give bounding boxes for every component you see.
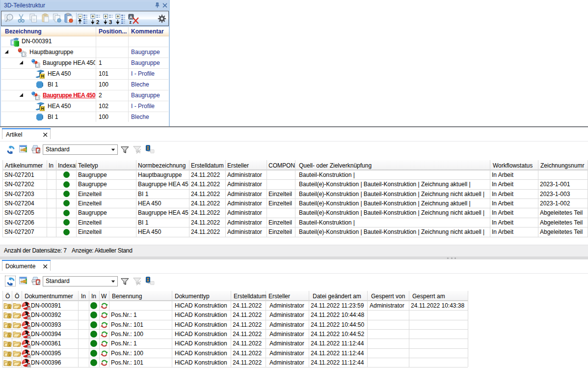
svg-text:3: 3 (109, 19, 112, 25)
svg-text:A: A (130, 15, 133, 20)
svg-text:z: z (130, 20, 132, 25)
svg-text:H: H (41, 106, 44, 111)
svg-text:2: 2 (96, 19, 99, 25)
svg-text:H: H (41, 74, 44, 79)
